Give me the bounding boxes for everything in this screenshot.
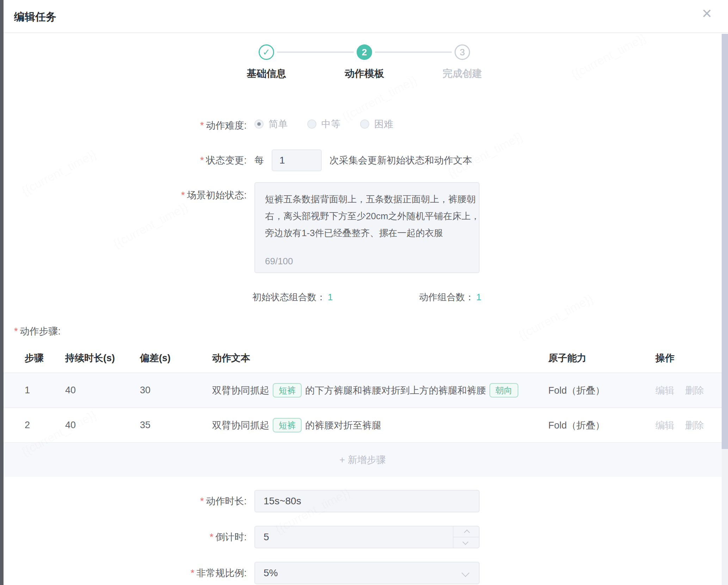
textarea-line: 短裤五条数据背面朝上，五条数据正面朝上，裤腰朝 [265, 191, 469, 208]
action-text-segment: 的下方裤腿和裤腰对折到上方的裤腿和裤腰 [305, 384, 486, 397]
modal: {{current_time}} {{current_time}} {{curr… [4, 0, 728, 585]
difficulty-radio-group: 简单 中等 困难 [254, 116, 413, 132]
unusual-ratio-value: 5% [264, 567, 278, 579]
scrollbar-thumb[interactable] [722, 34, 728, 449]
action-combo: 动作组合数：1 [419, 291, 481, 303]
close-icon[interactable]: × [702, 5, 712, 22]
edit-link[interactable]: 编辑 [655, 419, 674, 432]
object-tag: 短裤 [273, 418, 302, 432]
object-tag: 短裤 [273, 383, 302, 398]
chevron-down-icon [462, 569, 470, 577]
required-asterisk: * [181, 190, 185, 201]
required-asterisk: * [210, 532, 214, 542]
difficulty-label: *动作难度: [4, 119, 247, 132]
cell-operations: 编辑 删除 [655, 419, 722, 432]
edit-link[interactable]: 编辑 [655, 384, 674, 397]
delete-link[interactable]: 删除 [685, 384, 704, 397]
countdown-value: 5 [264, 531, 269, 543]
step-3-label: 完成创建 [424, 67, 501, 80]
watermark: {{current_time}} [111, 200, 190, 251]
col-header-action-text: 动作文本 [212, 352, 548, 364]
difficulty-label-text: 动作难度: [206, 120, 247, 131]
cell-ability: Fold（折叠） [548, 384, 655, 397]
page-backdrop [0, 0, 4, 585]
radio-selected-icon [254, 119, 264, 129]
delete-link[interactable]: 删除 [685, 419, 704, 432]
action-text-segment: 双臂协同抓起 [212, 384, 269, 397]
countdown-input[interactable]: 5 [254, 526, 480, 548]
unusual-ratio-label-text: 非常规比例: [196, 568, 247, 578]
required-asterisk: * [14, 326, 18, 337]
combo-counts: 初始状态组合数：1 动作组合数：1 [252, 291, 481, 303]
watermark: {{current_time}} [569, 31, 648, 81]
col-header-ability: 原子能力 [548, 352, 655, 364]
table-header-row: 步骤 持续时长(s) 偏差(s) 动作文本 原子能力 操作 [4, 344, 722, 373]
action-steps-table: 步骤 持续时长(s) 偏差(s) 动作文本 原子能力 操作 1 40 30 双臂… [4, 344, 722, 477]
state-change-controls: 每 1 次采集会更新初始状态和动作文本 [254, 149, 472, 171]
cell-action-text: 双臂协同抓起 短裤 的裤腰对折至裤腿 [212, 418, 548, 432]
chevron-up-icon [464, 529, 470, 535]
table-row: 2 40 35 双臂协同抓起 短裤 的裤腰对折至裤腿 Fold（折叠） 编辑 删… [4, 408, 722, 443]
duration-label: *动作时长: [4, 490, 247, 512]
col-header-step: 步骤 [25, 352, 65, 364]
unusual-ratio-select[interactable]: 5% [254, 562, 480, 584]
spinner-up-button[interactable] [454, 526, 479, 537]
step-3-indicator: 3 [455, 44, 470, 60]
initial-combo-value: 1 [328, 292, 333, 302]
initial-combo-label: 初始状态组合数： [252, 292, 326, 302]
required-asterisk: * [200, 155, 204, 166]
radio-label: 中等 [321, 118, 340, 130]
action-text-segment: 的裤腰对折至裤腿 [305, 419, 381, 432]
initial-state-textarea[interactable]: 短裤五条数据背面朝上，五条数据正面朝上，裤腰朝 右，离头部视野下方至少20cm之… [254, 182, 480, 273]
col-header-operation: 操作 [655, 352, 722, 364]
countdown-label-text: 倒计时: [215, 532, 247, 542]
duration-input[interactable]: 15s~80s [254, 490, 480, 512]
cell-step: 1 [25, 385, 65, 396]
duration-label-text: 动作时长: [206, 496, 247, 506]
check-icon: ✓ [263, 47, 270, 58]
orientation-tag: 朝向 [489, 383, 518, 398]
stepper-connector [277, 51, 354, 53]
cell-duration: 40 [65, 385, 140, 396]
cell-operations: 编辑 删除 [655, 384, 722, 397]
radio-difficulty-medium[interactable]: 中等 [307, 118, 340, 130]
step-1-indicator: ✓ [259, 44, 274, 60]
initial-combo: 初始状态组合数：1 [252, 291, 333, 303]
state-change-label: *状态变更: [4, 149, 247, 171]
cell-offset: 30 [140, 385, 212, 396]
initial-state-label: *场景初始状态: [4, 189, 247, 202]
step-1-label: 基础信息 [228, 67, 305, 80]
col-header-offset: 偏差(s) [140, 352, 212, 364]
action-steps-label-text: 动作步骤: [20, 326, 61, 337]
initial-state-label-text: 场景初始状态: [187, 190, 247, 201]
textarea-line: 旁边放有1-3件已经叠整齐、摞在一起的衣服 [265, 224, 469, 241]
radio-difficulty-hard[interactable]: 困难 [360, 118, 393, 130]
state-change-count-input[interactable]: 1 [272, 149, 322, 171]
step-2-number: 2 [362, 47, 367, 58]
watermark: {{current_time}} [516, 291, 596, 342]
dialog-header: 编辑任务 × [4, 0, 728, 33]
countdown-spinner [453, 526, 479, 548]
action-combo-value: 1 [476, 292, 481, 302]
required-asterisk: * [191, 568, 195, 578]
step-3-number: 3 [460, 47, 465, 58]
unusual-ratio-label: *非常规比例: [4, 562, 247, 584]
table-row: 1 40 30 双臂协同抓起 短裤 的下方裤腿和裤腰对折到上方的裤腿和裤腰 朝向… [4, 373, 722, 408]
radio-icon [360, 119, 369, 129]
dialog-title: 编辑任务 [14, 10, 56, 24]
action-text-segment: 双臂协同抓起 [212, 419, 269, 432]
step-2-label: 动作模板 [326, 67, 403, 80]
scrollbar[interactable] [722, 34, 728, 585]
cell-step: 2 [25, 420, 65, 431]
required-asterisk: * [200, 496, 204, 506]
required-asterisk: * [200, 120, 204, 131]
textarea-line: 右，离头部视野下方至少20cm之外随机平铺在床上， [265, 208, 469, 224]
state-change-label-text: 状态变更: [206, 155, 247, 166]
radio-difficulty-easy[interactable]: 简单 [254, 118, 288, 130]
cell-action-text: 双臂协同抓起 短裤 的下方裤腿和裤腰对折到上方的裤腿和裤腰 朝向 [212, 383, 548, 398]
cell-duration: 40 [65, 420, 140, 431]
add-step-button[interactable]: + 新增步骤 [4, 443, 722, 477]
spinner-down-button[interactable] [454, 537, 479, 548]
state-change-prefix: 每 [254, 154, 264, 167]
character-counter: 69/100 [265, 256, 293, 267]
